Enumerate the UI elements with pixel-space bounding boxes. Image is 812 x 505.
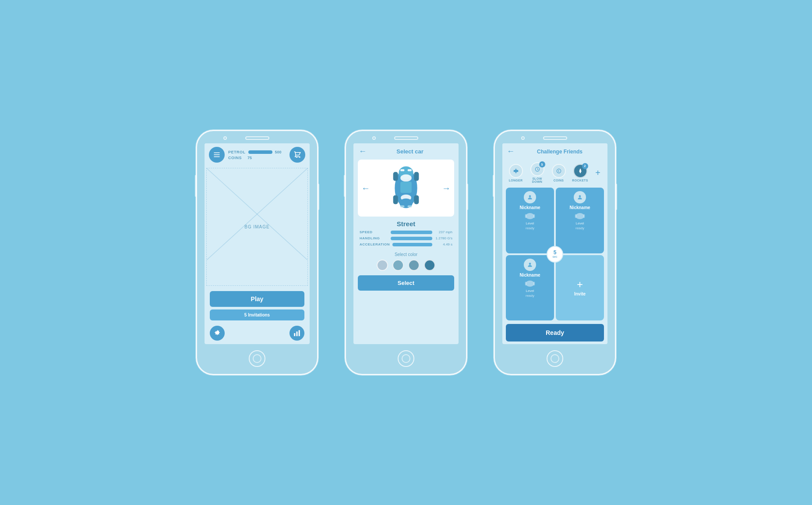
speed-value: 237 mph — [435, 230, 452, 234]
stats-button[interactable] — [289, 326, 304, 341]
powerup-coins[interactable]: $ COINS — [550, 164, 568, 182]
p2-car-name: Street — [353, 217, 459, 229]
phone-1-home-btn[interactable] — [249, 350, 265, 367]
svg-point-11 — [400, 174, 412, 182]
player-card-3[interactable]: Nickname Level ready — [506, 255, 554, 321]
phone-1-camera — [223, 136, 227, 140]
longer-label: LONGER — [509, 179, 523, 182]
phone-3-camera — [521, 136, 525, 140]
svg-rect-7 — [297, 331, 298, 336]
p1-coins-row: COINS 75 — [228, 156, 286, 160]
player-1-avatar — [524, 191, 536, 203]
color-4[interactable] — [424, 260, 435, 271]
acceleration-bar — [392, 243, 432, 246]
svg-point-30 — [529, 195, 531, 197]
svg-point-31 — [526, 213, 534, 219]
speed-label: SPEED — [360, 230, 388, 234]
svg-line-27 — [537, 169, 538, 170]
player-2-avatar — [574, 191, 586, 203]
svg-rect-15 — [393, 172, 398, 181]
phone-2-speaker — [394, 136, 418, 140]
powerup-rockets[interactable]: 2 ROCKETS — [571, 164, 589, 182]
svg-rect-37 — [583, 214, 585, 218]
svg-rect-36 — [575, 214, 577, 218]
invite-plus-icon: + — [577, 279, 583, 290]
color-2[interactable] — [392, 260, 404, 271]
p3-back-button[interactable]: ← — [507, 147, 515, 156]
p1-menu-icon-btn[interactable] — [209, 147, 225, 163]
powerup-longer[interactable]: LONGER — [507, 164, 525, 182]
p1-petrol-row: PETROL 500 — [228, 150, 286, 154]
p1-stats: PETROL 500 COINS 75 — [228, 150, 286, 160]
settings-icon — [213, 329, 221, 337]
play-button[interactable]: Play — [210, 291, 304, 307]
phone-1-home-inner — [253, 354, 261, 363]
player-card-2[interactable]: Nickname Level ready — [556, 188, 604, 253]
coins-icon-btn: $ — [552, 164, 566, 178]
slowdown-badge: 5 — [539, 161, 545, 167]
avatar-icon-3 — [527, 262, 533, 268]
settings-button[interactable] — [210, 326, 225, 341]
p2-car-display: ← — [358, 160, 454, 217]
powerup-slowdown[interactable]: 5 SLOW DOWN — [528, 162, 546, 183]
svg-rect-21 — [400, 205, 404, 207]
p2-next-car-button[interactable]: → — [442, 183, 451, 193]
handling-label: HANDLING — [360, 236, 388, 240]
svg-rect-40 — [525, 281, 527, 285]
svg-point-39 — [526, 281, 534, 287]
petrol-label: PETROL — [228, 150, 246, 154]
stats-icon — [293, 329, 301, 337]
phone-2-home-btn[interactable] — [398, 350, 414, 367]
handling-value: 1.2780 G's — [435, 236, 452, 240]
invitations-button[interactable]: 5 Invitations — [210, 309, 304, 320]
player-card-1[interactable]: Nickname Level ready — [506, 188, 554, 253]
svg-rect-33 — [533, 214, 535, 218]
rockets-badge: 2 — [582, 163, 588, 169]
timer-label: sec — [553, 255, 558, 258]
player-3-name: Nickname — [519, 273, 540, 277]
coins-label: COINS — [228, 156, 245, 160]
svg-point-34 — [579, 195, 581, 197]
color-select-label: Select color — [353, 252, 459, 257]
rockets-label: ROCKETS — [572, 179, 588, 182]
phone-3-bottom-bar — [495, 344, 615, 374]
invite-card[interactable]: + Invite — [556, 255, 604, 321]
select-car-button[interactable]: Select — [358, 275, 454, 291]
add-powerup-button[interactable]: + — [593, 167, 603, 178]
player-3-avatar — [524, 259, 536, 271]
svg-rect-2 — [214, 156, 220, 157]
phone-3-home-btn[interactable] — [547, 350, 563, 367]
p2-color-section: Select color — [353, 250, 459, 272]
p1-shop-icon-btn[interactable] — [289, 147, 305, 163]
svg-text:$: $ — [558, 170, 559, 172]
player-3-level: Level — [526, 289, 534, 293]
svg-rect-17 — [393, 196, 398, 204]
coins-icon: $ — [556, 168, 562, 174]
player-2-name: Nickname — [569, 205, 590, 210]
svg-point-38 — [529, 263, 531, 265]
player-1-name: Nickname — [519, 205, 540, 210]
svg-rect-0 — [214, 153, 220, 153]
player-1-status: ready — [526, 226, 534, 230]
svg-rect-6 — [294, 333, 295, 336]
menu-icon — [213, 151, 221, 159]
color-1[interactable] — [377, 260, 388, 271]
p3-players-grid: 5 sec Nickname — [502, 186, 607, 322]
player-3-status: ready — [526, 294, 534, 298]
color-3[interactable] — [408, 260, 420, 271]
ready-button[interactable]: Ready — [506, 324, 604, 341]
p3-powerups-row: LONGER 5 SLOW DOWN — [502, 160, 607, 186]
svg-point-35 — [575, 213, 584, 219]
p2-acceleration-row: ACCELERATION 4.49 s — [360, 242, 452, 246]
player-1-car-icon — [524, 212, 536, 220]
rockets-icon-btn: 2 — [573, 164, 587, 178]
invite-label: Invite — [574, 292, 586, 296]
p2-prev-car-button[interactable]: ← — [361, 183, 370, 193]
acceleration-label: ACCELERATION — [360, 242, 390, 246]
phone-2-bottom-bar — [346, 344, 466, 374]
p1-actions: Play 5 Invitations — [205, 288, 310, 323]
p2-nav: ← Select car — [353, 143, 459, 160]
car-illustration — [388, 164, 424, 212]
p2-back-button[interactable]: ← — [359, 147, 367, 156]
p2-handling-row: HANDLING 1.2780 G's — [360, 236, 452, 240]
